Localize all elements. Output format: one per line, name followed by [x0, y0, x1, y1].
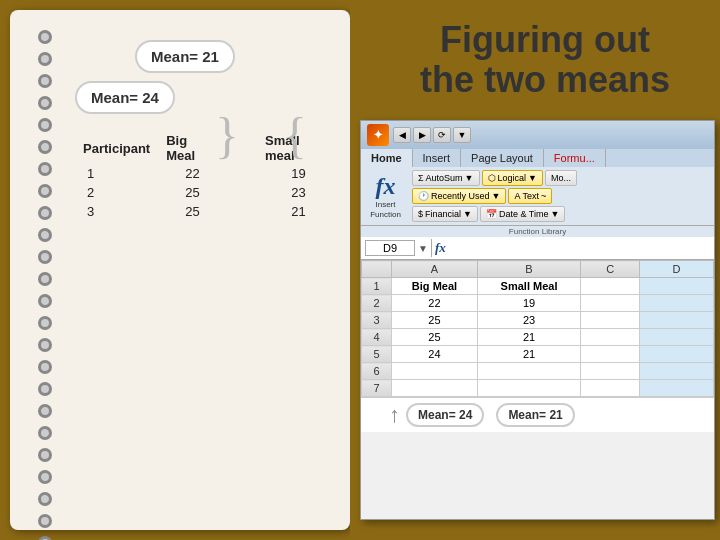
ribbon-buttons: Σ AutoSum ▼ ⬡ Logical ▼ Mo... 🕐 — [412, 170, 712, 222]
tab-insert[interactable]: Insert — [413, 149, 462, 167]
table-row: 2 25 23 — [75, 183, 340, 202]
ribbon-row1: Σ AutoSum ▼ ⬡ Logical ▼ Mo... — [412, 170, 712, 186]
formula-bar: ▼ fx — [361, 237, 714, 260]
cell-d5[interactable] — [640, 346, 714, 363]
cell-a7[interactable] — [392, 380, 478, 397]
spiral-binding — [38, 30, 54, 520]
col-participant-header: Participant — [75, 132, 158, 164]
table-row: 5 24 21 — [362, 346, 714, 363]
insert-function-label: InsertFunction — [370, 200, 401, 219]
cell-d1[interactable] — [640, 278, 714, 295]
excel-grid: A B C D 1 Big Meal Small Meal — [361, 260, 714, 397]
cell-a1[interactable]: Big Meal — [392, 278, 478, 295]
tab-page-layout[interactable]: Page Layout — [461, 149, 544, 167]
function-library-label: Function Library — [361, 226, 714, 237]
brace-right: { — [283, 115, 307, 155]
cell-c3[interactable] — [581, 312, 640, 329]
col-header-c[interactable]: C — [581, 261, 640, 278]
excel-tabs: Home Insert Page Layout Formu... — [361, 149, 714, 167]
text-button[interactable]: A Text ~ — [508, 188, 552, 204]
logical-button[interactable]: ⬡ Logical ▼ — [482, 170, 543, 186]
recently-used-dropdown-icon: ▼ — [492, 191, 501, 201]
right-panel: Figuring out the two means ✦ ◀ ▶ ⟳ ▼ Hom… — [350, 0, 720, 540]
back-button[interactable]: ◀ — [393, 127, 411, 143]
table-row: 3 25 23 — [362, 312, 714, 329]
col-header-a[interactable]: A — [392, 261, 478, 278]
cell-ref-dropdown[interactable]: ▼ — [418, 243, 428, 254]
excel-mean21-bubble: Mean= 21 — [496, 403, 574, 427]
nav-button4[interactable]: ▼ — [453, 127, 471, 143]
page-title-line1: Figuring out — [380, 20, 710, 60]
cell-reference-input[interactable] — [365, 240, 415, 256]
bubble-row: ↑ Mean= 24 Mean= 21 — [369, 402, 575, 428]
datetime-dropdown-icon: ▼ — [551, 209, 560, 219]
cell-c2[interactable] — [581, 295, 640, 312]
table-row: 7 — [362, 380, 714, 397]
title-left: ✦ ◀ ▶ ⟳ ▼ — [367, 124, 471, 146]
cell-d3[interactable] — [640, 312, 714, 329]
cell-a2[interactable]: 22 — [392, 295, 478, 312]
excel-titlebar: ✦ ◀ ▶ ⟳ ▼ — [361, 121, 714, 149]
autosum-dropdown-icon: ▼ — [465, 173, 474, 183]
up-arrow-icon: ↑ — [389, 402, 400, 428]
cell-c7[interactable] — [581, 380, 640, 397]
cell-a5[interactable]: 24 — [392, 346, 478, 363]
sigma-icon: Σ — [418, 173, 424, 183]
col-header-b[interactable]: B — [477, 261, 580, 278]
fx-icon: fx — [376, 173, 396, 200]
formula-fx-symbol: fx — [435, 240, 446, 256]
brace-left: } — [215, 115, 239, 155]
row-num-2: 2 — [362, 295, 392, 312]
cell-a4[interactable]: 25 — [392, 329, 478, 346]
clock-icon: 🕐 — [418, 191, 429, 201]
ribbon-row: fx InsertFunction Σ AutoSum ▼ ⬡ Logical … — [361, 167, 714, 226]
office-button[interactable]: ✦ — [367, 124, 389, 146]
table-row: 2 22 19 — [362, 295, 714, 312]
cell-b3[interactable]: 23 — [477, 312, 580, 329]
cell-b7[interactable] — [477, 380, 580, 397]
datetime-button[interactable]: 📅 Date & Time ▼ — [480, 206, 565, 222]
cell-a6[interactable] — [392, 363, 478, 380]
cell-a3[interactable]: 25 — [392, 312, 478, 329]
cell-d2[interactable] — [640, 295, 714, 312]
row-num-3: 3 — [362, 312, 392, 329]
notebook: Mean= 21 Mean= 24 Participant Big Meal S… — [10, 10, 350, 530]
mean21-bubble: Mean= 21 — [135, 40, 235, 73]
tab-home[interactable]: Home — [361, 149, 413, 167]
forward-button[interactable]: ▶ — [413, 127, 431, 143]
cell-b5[interactable]: 21 — [477, 346, 580, 363]
cell-b2[interactable]: 19 — [477, 295, 580, 312]
logical-dropdown-icon: ▼ — [528, 173, 537, 183]
financial-dropdown-icon: ▼ — [463, 209, 472, 219]
dollar-icon: $ — [418, 209, 423, 219]
nav-button3[interactable]: ⟳ — [433, 127, 451, 143]
cell-d7[interactable] — [640, 380, 714, 397]
mean24-bubble: Mean= 24 — [75, 81, 175, 114]
cell-d4[interactable] — [640, 329, 714, 346]
title-area: Figuring out the two means — [380, 20, 710, 99]
excel-window: ✦ ◀ ▶ ⟳ ▼ Home Insert Page Layout Formu.… — [360, 120, 715, 520]
tab-formu[interactable]: Formu... — [544, 149, 606, 167]
cell-b6[interactable] — [477, 363, 580, 380]
autosum-button[interactable]: Σ AutoSum ▼ — [412, 170, 480, 186]
insert-function-button[interactable]: fx InsertFunction — [363, 170, 408, 222]
cell-c5[interactable] — [581, 346, 640, 363]
cell-c6[interactable] — [581, 363, 640, 380]
cell-b4[interactable]: 21 — [477, 329, 580, 346]
financial-button[interactable]: $ Financial ▼ — [412, 206, 478, 222]
grid-container: A B C D 1 Big Meal Small Meal — [361, 260, 714, 397]
calendar-icon: 📅 — [486, 209, 497, 219]
text-icon: A — [514, 191, 520, 201]
more-button[interactable]: Mo... — [545, 170, 577, 186]
excel-bubble-area: ↑ Mean= 24 Mean= 21 — [361, 397, 714, 432]
table-row: 1 22 19 — [75, 164, 340, 183]
cell-b1[interactable]: Small Meal — [477, 278, 580, 295]
title-nav: ◀ ▶ ⟳ ▼ — [393, 127, 471, 143]
recently-used-button[interactable]: 🕐 Recently Used ▼ — [412, 188, 506, 204]
cell-c1[interactable] — [581, 278, 640, 295]
col-header-d[interactable]: D — [640, 261, 714, 278]
cell-c4[interactable] — [581, 329, 640, 346]
cell-d6[interactable] — [640, 363, 714, 380]
notebook-content: Mean= 21 Mean= 24 Participant Big Meal S… — [65, 30, 340, 221]
logical-icon: ⬡ — [488, 173, 496, 183]
